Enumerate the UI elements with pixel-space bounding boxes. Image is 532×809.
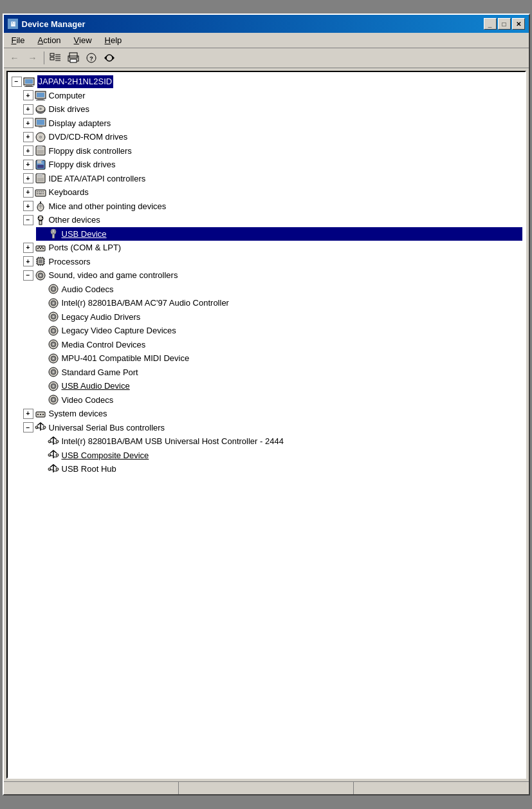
expand-keyboards[interactable]: +	[23, 187, 33, 198]
svg-rect-43	[41, 191, 42, 192]
label-mice: Mice and other pointing devices	[49, 200, 167, 213]
label-disk: Disk drives	[49, 103, 90, 116]
tree-item-floppy-drv[interactable]: + Floppy disk drives	[23, 158, 522, 172]
icon-ide	[35, 172, 46, 184]
menu-action[interactable]: Action	[32, 34, 66, 46]
expand-display[interactable]: +	[23, 118, 33, 128]
icon-legacy-video	[48, 325, 59, 337]
status-bar	[4, 781, 529, 794]
app-icon: 🖥	[8, 19, 18, 29]
label-sound: Sound, video and game controllers	[49, 269, 178, 282]
icon-usb-audio	[48, 380, 59, 392]
label-usb-device: USB Device	[62, 228, 107, 241]
tree-item-keyboards[interactable]: + Keyboards	[23, 185, 522, 200]
icon-processors	[35, 256, 46, 267]
minimize-button[interactable]: _	[484, 18, 497, 30]
spacer-media-ctrl	[36, 339, 46, 349]
svg-rect-26	[39, 126, 42, 127]
expand-other[interactable]: −	[23, 215, 33, 225]
tree-item-other[interactable]: − Other devices	[23, 213, 522, 227]
tree-item-legacy-video[interactable]: Legacy Video Capture Devices	[36, 324, 522, 338]
label-dvd: DVD/CD-ROM drives	[49, 131, 128, 144]
tree-item-dvd[interactable]: + DVD/CD-ROM drives	[23, 130, 522, 144]
status-pane-2	[179, 782, 354, 794]
tree-item-intel-audio[interactable]: Intel(r) 82801BA/BAM AC'97 Audio Control…	[36, 296, 522, 310]
tree-item-mice[interactable]: + Mice and other pointing devices	[23, 200, 522, 214]
maximize-button[interactable]: □	[498, 18, 511, 30]
expand-root[interactable]: −	[12, 77, 22, 87]
expand-ide[interactable]: +	[23, 173, 33, 183]
menu-file[interactable]: File	[6, 34, 30, 46]
label-floppy-ctrl: Floppy disk controllers	[49, 145, 132, 158]
expand-mice[interactable]: +	[23, 201, 33, 211]
label-keyboards: Keyboards	[49, 186, 89, 199]
close-button[interactable]: ✕	[512, 18, 525, 30]
tree-item-mpu[interactable]: MPU-401 Compatible MIDI Device	[36, 351, 522, 366]
view-button[interactable]	[47, 50, 64, 66]
svg-rect-42	[39, 191, 40, 192]
tree-item-processors[interactable]: +	[23, 255, 522, 269]
tree-item-intel-usb[interactable]: Intel(r) 82801BA/BAM USB Universal Host …	[36, 434, 522, 449]
tree-item-audio-codecs[interactable]: Audio Codecs	[36, 283, 522, 297]
forward-button[interactable]: →	[24, 50, 41, 66]
tree-item-floppy-ctrl[interactable]: + Floppy disk controllers	[23, 144, 522, 158]
label-ports: Ports (COM & LPT)	[49, 241, 122, 254]
tree-item-display[interactable]: + Display adapters	[23, 116, 522, 131]
icon-usb-device	[48, 228, 59, 239]
icon-system	[35, 408, 46, 420]
tree-item-usb-composite[interactable]: USB Composite Device	[36, 449, 522, 463]
tree-item-media-ctrl[interactable]: Media Control Devices	[36, 338, 522, 352]
expand-floppy-drv[interactable]: +	[23, 160, 33, 170]
tree-item-usb-root[interactable]: USB Root Hub	[36, 462, 522, 476]
tree-item-usb-device[interactable]: USB Device	[36, 227, 522, 241]
expand-floppy-ctrl[interactable]: +	[23, 145, 33, 156]
refresh-button[interactable]	[101, 50, 118, 66]
tree-item-usb-audio[interactable]: USB Audio Device	[36, 379, 522, 393]
expand-dvd[interactable]: +	[23, 132, 33, 142]
tree-item-system[interactable]: + System devices	[23, 407, 522, 421]
svg-rect-38	[37, 174, 42, 177]
tree-item-ide[interactable]: + IDE ATA/ATAPI controllers	[23, 172, 522, 186]
svg-rect-32	[37, 150, 44, 154]
expand-ports[interactable]: +	[23, 243, 33, 253]
svg-rect-39	[37, 178, 44, 181]
tree-item-computer[interactable]: + Computer	[23, 89, 522, 103]
icon-dvd	[35, 131, 46, 143]
svg-point-100	[52, 357, 54, 359]
print-button[interactable]	[65, 50, 82, 66]
expand-disk[interactable]: +	[23, 104, 33, 115]
tree-item-disk[interactable]: + Disk drives	[23, 102, 522, 116]
menu-help[interactable]: Help	[100, 34, 127, 46]
icon-usb-root	[48, 463, 59, 475]
svg-rect-35	[41, 161, 43, 163]
svg-point-53	[38, 217, 39, 218]
svg-rect-0	[50, 53, 54, 56]
svg-rect-15	[26, 85, 32, 86]
tree-item-ports[interactable]: + Ports (COM & LPT)	[23, 241, 522, 255]
expand-usb-ctrl[interactable]: −	[23, 422, 33, 432]
label-intel-audio: Intel(r) 82801BA/BAM AC'97 Audio Control…	[62, 297, 229, 310]
icon-ports	[35, 242, 46, 254]
tree-item-usb-ctrl[interactable]: − Universal Serial Bus controllers	[23, 421, 522, 435]
spacer-intel-usb	[36, 436, 46, 447]
device-tree: − JAPAN-2H1NL2SID +	[10, 75, 522, 476]
tree-item-root[interactable]: − JAPAN-2H1NL2SID	[10, 75, 522, 89]
expand-system[interactable]: +	[23, 409, 33, 419]
tree-item-game-port[interactable]: Standard Game Port	[36, 366, 522, 380]
expand-computer[interactable]: +	[23, 90, 33, 100]
properties-icon: ?	[86, 52, 97, 64]
icon-floppy-ctrl	[35, 145, 46, 156]
icon-display	[35, 117, 46, 129]
label-processors: Processors	[49, 256, 91, 268]
expand-processors[interactable]: +	[23, 256, 33, 266]
tree-item-legacy-audio[interactable]: Legacy Audio Drivers	[36, 310, 522, 324]
back-button[interactable]: ←	[6, 50, 23, 66]
svg-point-63	[42, 248, 44, 249]
content-area[interactable]: − JAPAN-2H1NL2SID +	[6, 71, 526, 779]
tree-item-sound[interactable]: − Sound, video and game controllers	[23, 268, 522, 283]
tree-item-video-codecs[interactable]: Video Codecs	[36, 393, 522, 407]
svg-point-29	[40, 136, 41, 138]
properties-button[interactable]: ?	[83, 50, 100, 66]
expand-sound[interactable]: −	[23, 270, 33, 281]
menu-view[interactable]: View	[69, 34, 97, 46]
